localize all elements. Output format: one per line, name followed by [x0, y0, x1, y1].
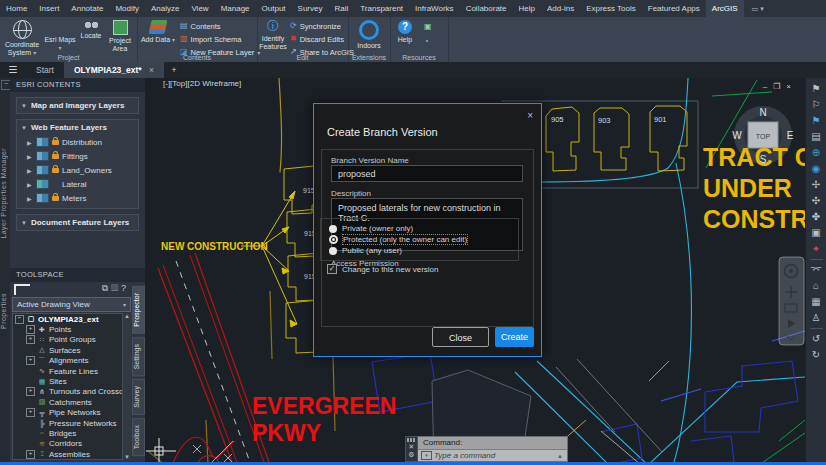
identify-features-button[interactable]: ⓘ Identify Features	[257, 19, 289, 51]
layer-item-lateral[interactable]: ▶ Lateral	[17, 177, 138, 191]
close-icon[interactable]: ✕	[409, 443, 415, 451]
branch-version-name-input[interactable]	[331, 165, 523, 182]
drag-grip-icon[interactable]	[407, 438, 416, 442]
house-icon[interactable]: ⌂	[809, 278, 824, 294]
expand-icon[interactable]: ▶	[27, 195, 34, 202]
section-document-feature-layers[interactable]: ▼ Document Feature Layers	[16, 214, 139, 231]
building-icon[interactable]: ▦	[809, 294, 824, 310]
tab-settings[interactable]: Settings	[132, 337, 145, 376]
flag-marker-icon[interactable]: ⌖	[809, 241, 824, 257]
tree-item-drawing[interactable]: −▢OLYMPIA23_ext	[13, 314, 122, 324]
coordinate-system-button[interactable]: Coordinate System ▾	[2, 19, 42, 57]
synchronize-button[interactable]: ⟳ Synchronize	[290, 20, 341, 32]
tab-prospector[interactable]: Prospector	[132, 286, 145, 334]
scroll-down-icon[interactable]: ▼	[123, 454, 131, 460]
tree-item-surfaces[interactable]: △Surfaces	[13, 345, 122, 355]
menu-collaborate[interactable]: Collaborate	[460, 0, 513, 17]
expand-up-icon[interactable]: ▲	[557, 453, 563, 459]
tree-item-feature-lines[interactable]: ∿Feature Lines	[13, 366, 122, 376]
globe-icon[interactable]: ◉	[809, 161, 824, 177]
redo-icon[interactable]: ↻	[809, 347, 824, 363]
indoors-button[interactable]: Indoors	[349, 19, 389, 50]
menu-output[interactable]: Output	[256, 0, 292, 17]
tab-start[interactable]: Start	[26, 62, 64, 78]
contents-button[interactable]: ▤ Contents	[180, 20, 221, 32]
layer-flag-alt-icon[interactable]: ⚐	[809, 97, 824, 113]
expand-icon[interactable]: ▶	[27, 153, 34, 160]
dialog-close-icon[interactable]: ×	[527, 110, 533, 121]
restore-icon[interactable]: ❐	[773, 82, 786, 91]
menu-rail[interactable]: Rail	[328, 0, 354, 17]
tree-item-sites[interactable]: ▦Sites	[13, 376, 122, 386]
expand-icon[interactable]: ▶	[27, 139, 34, 146]
layer-flag-icon[interactable]: ⚑	[809, 81, 824, 97]
rotate-feature-icon[interactable]: ✣	[809, 193, 824, 209]
create-button[interactable]: Create	[495, 327, 534, 347]
radio-public[interactable]: Public (any user)	[329, 245, 402, 256]
change-to-new-version-checkbox-row[interactable]: ✓ Change to this new version	[327, 264, 439, 274]
section-map-imagery-layers[interactable]: ▼ Map and Imagery Layers	[16, 97, 139, 114]
menu-help[interactable]: Help	[513, 0, 541, 17]
tree-item-turnouts-crossovers[interactable]: +⋔Turnouts and Crossovers	[13, 387, 122, 397]
esri-contents-header[interactable]: ESRI CONTENTS	[10, 78, 145, 92]
web-feature-layers-header[interactable]: ▼ Web Feature Layers	[17, 120, 138, 135]
layer-properties-manager-rail[interactable]: Layer Properties Manager	[0, 148, 10, 239]
close-icon[interactable]: ×	[786, 82, 797, 91]
menu-infraworks[interactable]: InfraWorks	[409, 0, 460, 17]
tree-item-pressure-networks[interactable]: ╠Pressure Networks	[13, 418, 122, 428]
tree-item-pipe-networks[interactable]: +╦Pipe Networks	[13, 408, 122, 418]
undo-icon[interactable]: ↺	[809, 331, 824, 347]
menu-arcgis[interactable]: ArcGIS	[706, 0, 744, 17]
viewport-controls-label[interactable]: [-][Top][2D Wireframe]	[163, 79, 241, 88]
close-button[interactable]: Close	[432, 327, 489, 347]
expand-icon[interactable]: +	[26, 335, 35, 344]
expand-icon[interactable]: +	[26, 450, 35, 459]
measure-icon[interactable]: ⌤	[809, 262, 824, 278]
scale-feature-icon[interactable]: ✤	[809, 209, 824, 225]
menu-view[interactable]: View	[185, 0, 214, 17]
expand-icon[interactable]: +	[26, 408, 35, 417]
globe-grid-icon[interactable]: ⊕	[809, 145, 824, 161]
resource-globe-icon[interactable]: ◔	[424, 37, 429, 46]
select-features-icon[interactable]: ⚑	[809, 113, 824, 129]
layer-item-distribution[interactable]: ▶ Distribution	[17, 135, 138, 149]
tab-toolbox[interactable]: Toolbox	[132, 418, 145, 456]
collapse-icon[interactable]: −	[15, 315, 24, 324]
menu-home[interactable]: Home	[0, 0, 33, 17]
image-icon[interactable]: ▣	[809, 225, 824, 241]
person-icon[interactable]: ♙	[809, 310, 824, 326]
menu-survey[interactable]: Survey	[292, 0, 329, 17]
menu-insert[interactable]: Insert	[33, 0, 65, 17]
menu-addins[interactable]: Add-ins	[541, 0, 580, 17]
expand-icon[interactable]: ▶	[27, 181, 34, 188]
customize-wrench-icon[interactable]: ⚙	[408, 451, 414, 459]
attribute-table-icon[interactable]: ▤	[809, 129, 824, 145]
hamburger-menu-icon[interactable]: ☰	[0, 62, 26, 78]
import-schema-button[interactable]: ▥ Import Schema	[180, 33, 241, 45]
data-shortcuts-icon[interactable]: ⧉	[102, 283, 111, 293]
move-feature-icon[interactable]: ✢	[809, 177, 824, 193]
toolspace-header[interactable]: TOOLSPACE	[10, 268, 145, 282]
tab-olympia23-ext[interactable]: OLYMPIA23_ext* ×	[64, 62, 164, 78]
tree-item-catchments[interactable]: ▨Catchments	[13, 397, 122, 407]
menu-featured-apps[interactable]: Featured Apps	[642, 0, 706, 17]
command-input-row[interactable]: ▾ Type a command ▲	[418, 450, 567, 461]
view-selector-dropdown[interactable]: Active Drawing View ▾	[12, 297, 131, 312]
radio-protected[interactable]: Protected (only the owner can edit)	[329, 234, 467, 245]
navigation-bar[interactable]	[779, 257, 804, 345]
webinar-icon[interactable]: ▣	[424, 22, 432, 31]
new-tab-button[interactable]: +	[164, 62, 184, 78]
tree-item-assemblies[interactable]: +⌶Assemblies	[13, 449, 122, 459]
tree-item-corridors[interactable]: ≋Corridors	[13, 439, 122, 449]
menu-transparent[interactable]: Transparent	[354, 0, 409, 17]
layer-item-land-owners[interactable]: ▶ Land_Owners	[17, 163, 138, 177]
menu-manage[interactable]: Manage	[215, 0, 256, 17]
discard-edits-button[interactable]: ✖ Discard Edits	[290, 33, 344, 45]
tree-item-point-groups[interactable]: +∷Point Groups	[13, 335, 122, 345]
expand-icon[interactable]: +	[26, 387, 35, 396]
ribbon-display-toggle-icon[interactable]: ▭ ▾	[752, 5, 764, 13]
tab-survey[interactable]: Survey	[132, 379, 145, 415]
radio-private[interactable]: Private (owner only)	[329, 223, 413, 234]
menu-modify[interactable]: Modify	[109, 0, 145, 17]
minimize-icon[interactable]: –	[763, 82, 773, 91]
